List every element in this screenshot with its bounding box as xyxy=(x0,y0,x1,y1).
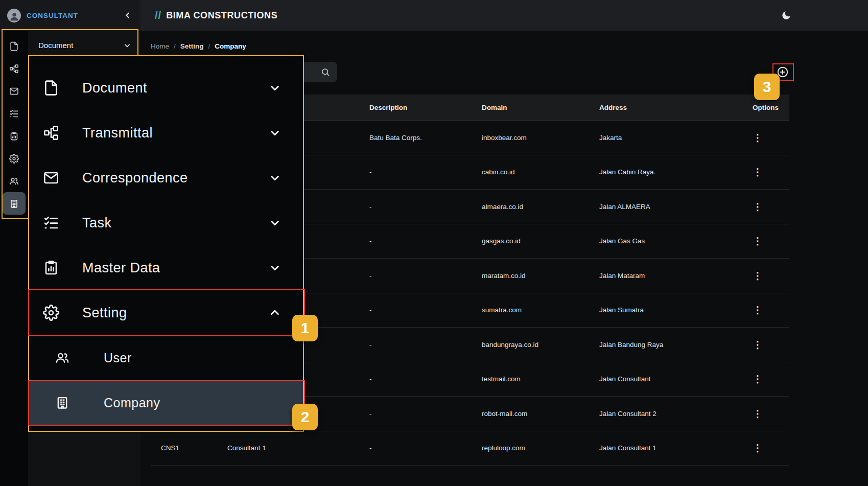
cell-options: ⋮ xyxy=(753,443,789,453)
breadcrumb-setting[interactable]: Setting xyxy=(180,42,204,50)
cell-address: Jalan ALMAERA xyxy=(599,203,753,211)
cell-options: ⋮ xyxy=(753,202,789,212)
company-icon xyxy=(55,396,70,410)
menu-item-transmittal[interactable]: Transmittal xyxy=(29,110,303,155)
rail-item-correspondence[interactable] xyxy=(3,80,26,102)
rail-item-task[interactable] xyxy=(3,102,26,125)
cell-options: ⋮ xyxy=(753,305,789,315)
chevron-down-icon xyxy=(123,41,131,50)
person-icon xyxy=(9,11,20,22)
transmittal-icon xyxy=(42,125,60,141)
module-dropdown[interactable]: Document xyxy=(38,41,131,50)
row-options-button[interactable]: ⋮ xyxy=(753,236,763,246)
user-avatar[interactable] xyxy=(7,9,21,22)
menu-item-correspondence[interactable]: Correspondence xyxy=(29,155,303,200)
header-address: Address xyxy=(599,104,753,111)
title-slash-icon: / xyxy=(155,10,158,21)
cell-description: - xyxy=(369,444,482,452)
cell-address: Jalan Consultant 2 xyxy=(599,410,753,418)
add-company-button[interactable] xyxy=(776,64,791,80)
master-data-icon xyxy=(9,131,19,141)
rail-item-setting[interactable] xyxy=(3,147,26,170)
cell-domain: cabin.co.id xyxy=(482,168,599,176)
rail-item-company[interactable] xyxy=(3,192,26,215)
cell-description: - xyxy=(369,203,482,211)
cell-options: ⋮ xyxy=(753,374,789,384)
collapse-sidebar-button[interactable] xyxy=(123,11,132,20)
row-options-button[interactable]: ⋮ xyxy=(753,340,763,350)
rail-item-user[interactable] xyxy=(3,170,26,192)
menu-item-company[interactable]: Company xyxy=(29,380,303,425)
row-options-button[interactable]: ⋮ xyxy=(753,409,763,419)
app-header: / / BIMA CONSTRUCTIONS xyxy=(140,0,868,31)
row-options-button[interactable]: ⋮ xyxy=(753,443,763,453)
row-options-button[interactable]: ⋮ xyxy=(753,374,763,384)
cell-description: Batu Bata Corps. xyxy=(369,134,482,142)
row-options-button[interactable]: ⋮ xyxy=(753,202,763,212)
breadcrumb: Home / Setting / Company xyxy=(151,42,246,50)
menu-item-label: Setting xyxy=(82,305,268,321)
row-options-button[interactable]: ⋮ xyxy=(753,167,763,177)
chevron-down-icon xyxy=(268,81,281,95)
menu-item-label: Master Data xyxy=(82,260,268,276)
rail-item-transmittal[interactable] xyxy=(3,57,26,80)
row-options-button[interactable]: ⋮ xyxy=(753,305,763,315)
cell-address: Jakarta xyxy=(599,134,753,142)
cell-options: ⋮ xyxy=(753,236,789,246)
cell-address: Jalan Bandung Raya xyxy=(599,341,753,349)
row-options-button[interactable]: ⋮ xyxy=(753,133,763,143)
chevron-left-icon xyxy=(123,11,132,20)
chevron-down-icon xyxy=(268,261,281,274)
menu-item-label: User xyxy=(104,351,281,365)
cell-domain: repluloop.com xyxy=(482,444,599,452)
menu-item-task[interactable]: Task xyxy=(29,200,303,245)
cell-domain: inboxbear.com xyxy=(482,134,599,142)
menu-item-document[interactable]: Document xyxy=(29,65,303,110)
correspondence-icon xyxy=(9,86,19,96)
menu-item-user[interactable]: User xyxy=(29,335,303,380)
breadcrumb-home[interactable]: Home xyxy=(151,42,169,50)
user-icon xyxy=(9,176,19,186)
header-options: Options xyxy=(753,104,795,111)
dark-mode-toggle[interactable] xyxy=(781,10,792,21)
cell-address: Jalan Consultant 1 xyxy=(599,444,753,452)
breadcrumb-separator: / xyxy=(208,42,210,50)
header-domain: Domain xyxy=(482,104,599,111)
transmittal-icon xyxy=(9,64,19,74)
chevron-down-icon xyxy=(268,216,281,229)
cell-code: CNS1 xyxy=(151,444,227,452)
top-header: CONSULTANT / / BIMA CONSTRUCTIONS xyxy=(0,0,868,31)
row-options-button[interactable]: ⋮ xyxy=(753,271,763,281)
workspace-label: CONSULTANT xyxy=(27,12,78,19)
app-title: BIMA CONSTRUCTIONS xyxy=(166,10,277,21)
cell-description: - xyxy=(369,168,482,176)
title-slash-icon: / xyxy=(158,10,161,21)
cell-domain: gasgas.co.id xyxy=(482,237,599,245)
cell-address: Jalan Cabin Raya. xyxy=(599,168,753,176)
menu-item-label: Document xyxy=(82,80,268,96)
menu-item-label: Correspondence xyxy=(82,170,268,186)
document-icon xyxy=(42,80,60,96)
cell-options: ⋮ xyxy=(753,133,789,143)
icon-rail xyxy=(0,31,28,486)
chevron-down-icon xyxy=(268,171,281,184)
menu-item-setting[interactable]: Setting xyxy=(29,290,303,335)
cell-domain: maratam.co.id xyxy=(482,272,599,280)
breadcrumb-company: Company xyxy=(215,42,246,50)
cell-address: Jalan Mataram xyxy=(599,272,753,280)
cell-description: - xyxy=(369,237,482,245)
master-data-icon xyxy=(42,260,60,276)
plus-circle-icon xyxy=(776,65,789,79)
cell-address: Jalan Sumatra xyxy=(599,306,753,314)
chevron-down-icon xyxy=(268,126,281,140)
cell-description: - xyxy=(369,341,482,349)
moon-icon xyxy=(781,10,792,21)
cell-domain: robot-mail.com xyxy=(482,410,599,418)
menu-item-master-data[interactable]: Master Data xyxy=(29,245,303,290)
rail-item-document[interactable] xyxy=(3,35,26,57)
task-icon xyxy=(9,109,19,119)
cell-options: ⋮ xyxy=(753,167,789,177)
breadcrumb-separator: / xyxy=(174,42,176,50)
rail-item-master-data[interactable] xyxy=(3,125,26,147)
nav-flyout-menu: Document Transmittal Correspondence Task… xyxy=(28,55,304,432)
